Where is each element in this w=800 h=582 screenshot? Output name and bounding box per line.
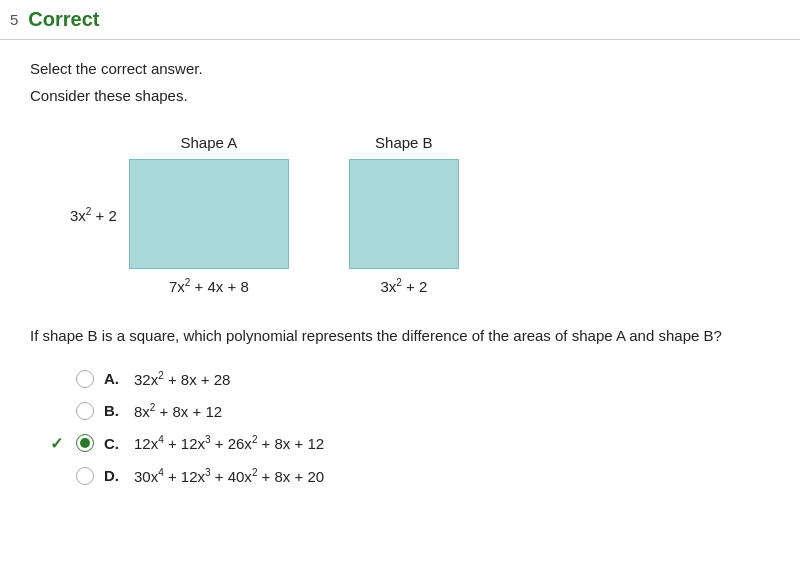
option-d-row[interactable]: D. 30x4 + 12x3 + 40x2 + 8x + 20 [50, 467, 770, 485]
instruction-text: Select the correct answer. [30, 60, 770, 77]
shape-b-bottom-label: 3x2 + 2 [380, 277, 427, 295]
shape-a-title: Shape A [180, 134, 237, 151]
consider-text: Consider these shapes. [30, 87, 770, 104]
option-b-text: 8x2 + 8x + 12 [134, 402, 222, 420]
option-c-check: ✓ [50, 434, 66, 453]
option-a-radio[interactable] [76, 370, 94, 388]
main-content: Select the correct answer. Consider thes… [0, 40, 800, 505]
option-a-row[interactable]: A. 32x2 + 8x + 28 [50, 370, 770, 388]
shape-a-bottom-label: 7x2 + 4x + 8 [169, 277, 249, 295]
option-b-letter: B. [104, 402, 124, 419]
shape-b-wrapper: Shape B 3x2 + 2 [349, 134, 459, 295]
option-b-check [50, 402, 66, 420]
question-status: Correct [28, 8, 99, 31]
option-a-text: 32x2 + 8x + 28 [134, 370, 230, 388]
option-d-check [50, 467, 66, 485]
shape-a-left-label: 3x2 + 2 [70, 206, 117, 224]
option-c-text: 12x4 + 12x3 + 26x2 + 8x + 12 [134, 434, 324, 452]
option-c-radio[interactable] [76, 434, 94, 452]
option-a-check [50, 370, 66, 388]
shape-b-box [349, 159, 459, 269]
option-d-radio[interactable] [76, 467, 94, 485]
option-c-row[interactable]: ✓ C. 12x4 + 12x3 + 26x2 + 8x + 12 [50, 434, 770, 453]
option-a-letter: A. [104, 370, 124, 387]
option-b-radio[interactable] [76, 402, 94, 420]
options-list: A. 32x2 + 8x + 28 B. 8x2 + 8x + 12 ✓ C. … [30, 370, 770, 485]
shapes-container: 3x2 + 2 Shape A 7x2 + 4x + 8 Shape B 3x2… [30, 134, 770, 295]
shape-b-title: Shape B [375, 134, 433, 151]
shape-a-wrapper: Shape A 7x2 + 4x + 8 [129, 134, 289, 295]
shape-a-box [129, 159, 289, 269]
question-number: 5 [10, 11, 18, 28]
option-b-row[interactable]: B. 8x2 + 8x + 12 [50, 402, 770, 420]
option-d-letter: D. [104, 467, 124, 484]
option-d-text: 30x4 + 12x3 + 40x2 + 8x + 20 [134, 467, 324, 485]
question-text: If shape B is a square, which polynomial… [30, 325, 770, 348]
option-c-radio-inner [80, 438, 90, 448]
option-c-letter: C. [104, 435, 124, 452]
question-header: 5 Correct [0, 0, 800, 40]
